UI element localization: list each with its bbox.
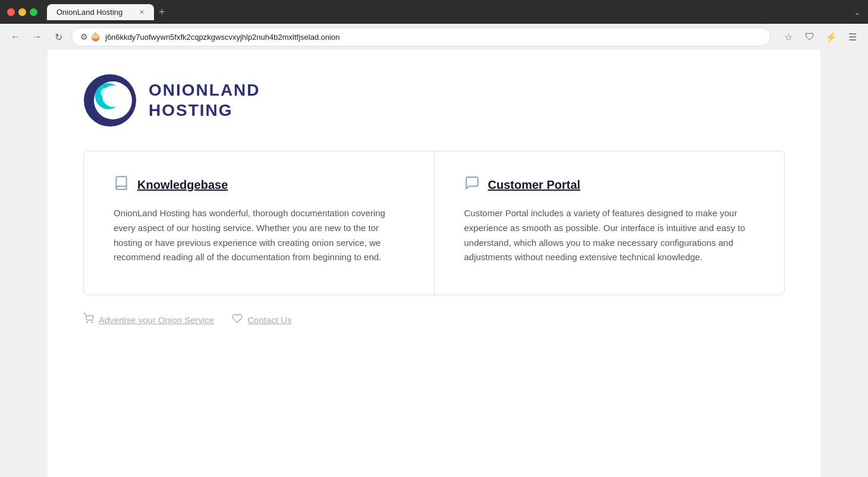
tab-title: OnionLand Hosting <box>56 8 122 17</box>
knowledgebase-title[interactable]: Knowledgebase <box>137 178 228 192</box>
tab-close-icon[interactable]: ✕ <box>139 8 144 16</box>
logo-line2: HOSTING <box>149 100 260 121</box>
book-icon <box>114 175 129 194</box>
logo-section: ONIONLAND HOSTING <box>83 74 785 127</box>
debugger-icon: ⚙ <box>80 32 88 42</box>
toolbar-icons: ☆ 🛡 ⚡ ☰ <box>780 29 861 45</box>
knowledgebase-header: Knowledgebase <box>114 175 404 194</box>
address-bar[interactable]: ⚙ 🧅 j6n6kkdy7uofwywn5fxfk2cqpzkgwscvxyjh… <box>71 27 770 46</box>
back-button[interactable]: ← <box>7 29 24 45</box>
heart-icon <box>232 313 243 327</box>
title-bar: OnionLand Hosting ✕ + ⌄ <box>0 0 868 24</box>
cart-icon <box>83 313 94 327</box>
forward-button[interactable]: → <box>29 29 45 45</box>
chat-icon <box>464 175 480 194</box>
logo-text: ONIONLAND HOSTING <box>149 80 260 120</box>
customer-portal-title[interactable]: Customer Portal <box>488 178 581 192</box>
minimize-button[interactable] <box>18 8 26 16</box>
footer-links: Advertise your Onion Service Contact Us <box>83 313 785 327</box>
knowledgebase-card: Knowledgebase OnionLand Hosting has wond… <box>84 151 435 295</box>
menu-icon[interactable]: ☰ <box>844 29 861 45</box>
page-wrapper: ONIONLAND HOSTING Knowledgebase OnionLan… <box>0 50 868 477</box>
page-content: ONIONLAND HOSTING Knowledgebase OnionLan… <box>48 50 820 477</box>
logo-icon <box>83 74 137 127</box>
address-bar-row: ← → ↻ ⚙ 🧅 j6n6kkdy7uofwywn5fxfk2cqpzkgws… <box>0 24 868 50</box>
onion-icon: 🧅 <box>90 32 100 42</box>
customer-portal-header: Customer Portal <box>464 175 755 194</box>
maximize-button[interactable] <box>30 8 37 16</box>
new-tab-button[interactable]: + <box>159 6 165 18</box>
shield-icon[interactable]: 🛡 <box>801 29 818 45</box>
active-tab[interactable]: OnionLand Hosting ✕ <box>47 4 154 20</box>
url-text[interactable]: j6n6kkdy7uofwywn5fxfk2cqpzkgwscvxyjhlp2n… <box>105 33 762 42</box>
tab-bar: OnionLand Hosting ✕ + <box>47 4 849 20</box>
bookmark-icon[interactable]: ☆ <box>780 29 797 45</box>
address-icons: ⚙ 🧅 <box>80 32 100 42</box>
logo-line1: ONIONLAND <box>149 80 260 100</box>
customer-portal-body: Customer Portal includes a variety of fe… <box>464 206 755 265</box>
cards-row: Knowledgebase OnionLand Hosting has wond… <box>83 151 785 295</box>
knowledgebase-body: OnionLand Hosting has wonderful, thoroug… <box>114 206 404 265</box>
reload-button[interactable]: ↻ <box>50 29 67 45</box>
customer-portal-card: Customer Portal Customer Portal includes… <box>435 151 785 295</box>
chevron-down-icon[interactable]: ⌄ <box>854 7 861 17</box>
extensions-icon[interactable]: ⚡ <box>823 29 839 45</box>
browser-chrome: OnionLand Hosting ✕ + ⌄ ← → ↻ ⚙ 🧅 j6n6kk… <box>0 0 868 50</box>
contact-link[interactable]: Contact Us <box>232 313 291 327</box>
svg-point-6 <box>92 322 93 323</box>
advertise-label: Advertise your Onion Service <box>99 315 214 325</box>
svg-point-4 <box>100 88 110 97</box>
advertise-link[interactable]: Advertise your Onion Service <box>83 313 214 327</box>
close-button[interactable] <box>7 8 15 16</box>
svg-point-5 <box>87 322 88 323</box>
contact-label: Contact Us <box>247 315 291 325</box>
traffic-lights <box>7 8 37 16</box>
